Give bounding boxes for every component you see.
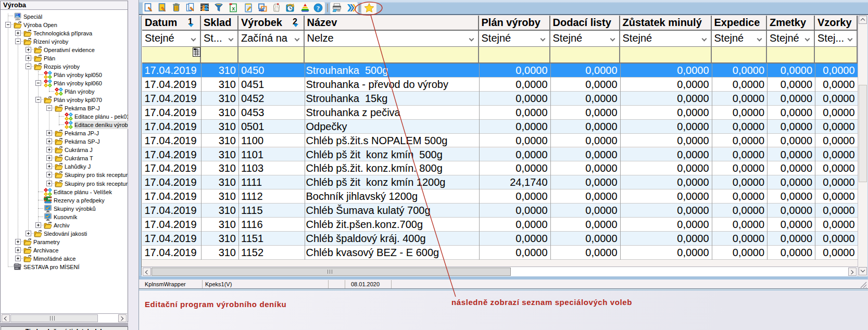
- svg-text:x: x: [232, 5, 235, 11]
- svg-text:?: ?: [317, 4, 320, 12]
